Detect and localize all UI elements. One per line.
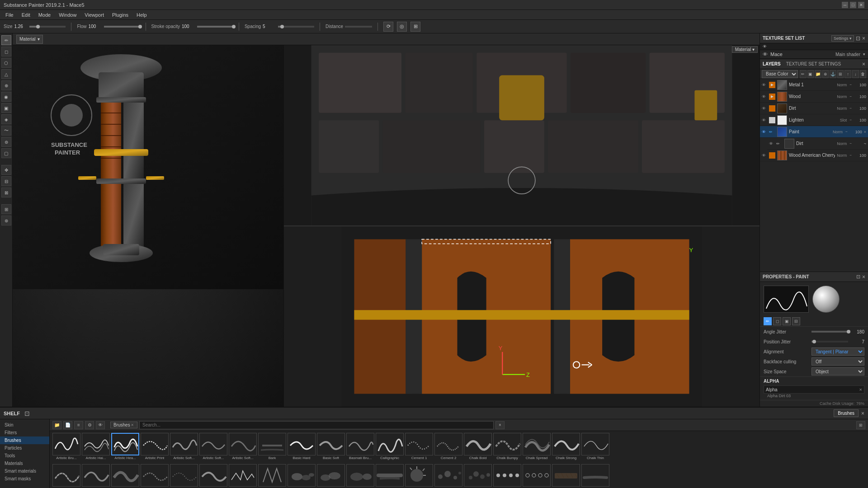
- shelf-cat-particles[interactable]: Particles: [0, 444, 49, 452]
- size-slider[interactable]: [29, 26, 66, 28]
- tab-texture-set-settings[interactable]: TEXTURE SET SETTINGS: [786, 61, 841, 66]
- transform-tool[interactable]: ⊟: [1, 176, 11, 186]
- shelf-item-chalk-bumpy[interactable]: Chalk Bumpy: [493, 433, 521, 460]
- layer-eye-wood[interactable]: 👁: [762, 94, 767, 99]
- size-value[interactable]: 1.26: [14, 24, 28, 29]
- shelf-item-dirt2[interactable]: Dirt 2: [317, 464, 345, 488]
- layer-eye-paint[interactable]: 👁: [762, 130, 767, 134]
- shelf-item-artistic3[interactable]: Artistic Hea...: [111, 433, 139, 460]
- stroke-opacity-value[interactable]: 100: [182, 24, 195, 29]
- spacing-value[interactable]: 5: [263, 24, 276, 29]
- shelf-item-charcoal-wi[interactable]: Charcoal Wi...: [111, 464, 139, 488]
- layers-close-btn[interactable]: ×: [862, 61, 865, 67]
- layer-opacity-paint[interactable]: 100: [849, 130, 862, 134]
- layer-eye-lighten[interactable]: 👁: [762, 118, 767, 122]
- menu-window[interactable]: Window: [55, 11, 80, 19]
- selection-tool[interactable]: ▢: [1, 148, 11, 158]
- shelf-item-calligraphic[interactable]: Calligraphic: [376, 433, 404, 460]
- tsl-settings-btn[interactable]: Settings ▾: [831, 35, 854, 42]
- brush-mode-paint[interactable]: ✏: [764, 317, 772, 325]
- shelf-item-chalk-thin[interactable]: Chalk Thin: [581, 433, 609, 460]
- shelf-item-dirt-splash[interactable]: Dirt Splash: [405, 464, 433, 488]
- shelf-cat-skin[interactable]: Skin: [0, 421, 49, 429]
- texture-set-mace[interactable]: 👁 Mace Main shader ▾: [760, 50, 868, 59]
- shelf-item-artistic5[interactable]: Artistic Soft...: [170, 433, 198, 460]
- move-tool[interactable]: ✥: [1, 165, 11, 175]
- layer-add-paint-btn[interactable]: ✏: [800, 70, 807, 78]
- minimize-button[interactable]: ─: [842, 2, 848, 8]
- bake-tool[interactable]: ⊛: [1, 216, 11, 225]
- stroke-opacity-slider[interactable]: [197, 26, 233, 28]
- brush-mode-clone[interactable]: ⊟: [792, 317, 800, 325]
- shelf-item-chalk-spread[interactable]: Chalk Spread: [523, 433, 551, 460]
- tsl-eye-icon[interactable]: 👁: [763, 52, 768, 57]
- alpha-remove-btn[interactable]: ×: [859, 387, 862, 392]
- shelf-item-dirt-brushed[interactable]: Dirt Brushed: [376, 464, 404, 488]
- shelf-item-chalk-bold[interactable]: Chalk Bold: [464, 433, 492, 460]
- shelf-cat-smart-masks[interactable]: Smart masks: [0, 475, 49, 483]
- alpha-item[interactable]: Alpha ×: [764, 385, 864, 394]
- shelf-item-cement1[interactable]: Cement 1: [405, 433, 433, 460]
- shelf-item-artistic7[interactable]: Artistic Soft...: [229, 433, 257, 460]
- shelf-cat-smart-materials[interactable]: Smart materials: [0, 467, 49, 475]
- menu-help[interactable]: Help: [133, 11, 151, 19]
- projection-tool[interactable]: ⬡: [1, 58, 11, 68]
- shelf-item-bark[interactable]: Bark: [258, 433, 286, 460]
- shelf-tab-brushes[interactable]: Brushes: [834, 409, 859, 417]
- layer-opacity-dirt[interactable]: 100: [854, 106, 866, 111]
- shelf-item-concrete-li[interactable]: Concrete Li...: [170, 464, 198, 488]
- shelf-close-btn[interactable]: ×: [861, 410, 864, 417]
- layer-opacity-lighten[interactable]: 100: [854, 118, 866, 122]
- shelf-list-btn[interactable]: ≡: [74, 421, 83, 429]
- shelf-item-charcoal[interactable]: Charcoal: [52, 464, 80, 488]
- shelf-cat-materials[interactable]: Materials: [0, 460, 49, 467]
- symmetry-button[interactable]: ⟳: [383, 22, 393, 32]
- uv-tool[interactable]: ⊞: [1, 204, 11, 214]
- viewport-2d-bottom[interactable]: Z Y Y: [284, 226, 760, 407]
- angle-jitter-slider[interactable]: [811, 331, 848, 333]
- layer-eye-dirt[interactable]: 👁: [762, 106, 767, 111]
- layer-eye-metal1[interactable]: 👁: [762, 83, 767, 87]
- shelf-item-dirt-spots2[interactable]: Dirt Spots ...: [464, 464, 492, 488]
- shelf-eye-btn[interactable]: 👁: [96, 421, 105, 429]
- maximize-button[interactable]: □: [850, 2, 856, 8]
- lazy-mouse-button[interactable]: ◎: [397, 22, 407, 32]
- shelf-item-dots[interactable]: Dots: [493, 464, 521, 488]
- tab-layers[interactable]: LAYERS: [763, 61, 781, 66]
- distance-slider[interactable]: [345, 26, 372, 28]
- layer-lighten[interactable]: 👁 Lighten Slot ~ 100: [760, 114, 868, 126]
- material-picker[interactable]: ⊕: [1, 80, 11, 90]
- layer-close-paint[interactable]: ×: [864, 130, 866, 134]
- shelf-item-basmati[interactable]: Basmati Bru...: [346, 433, 374, 460]
- shelf-cat-brushes[interactable]: Brushes: [0, 436, 49, 444]
- layer-move-up-btn[interactable]: ↑: [844, 70, 851, 78]
- layer-opacity-wood[interactable]: 100: [854, 94, 866, 99]
- layer-channel-dropdown[interactable]: Base Color: [762, 70, 798, 78]
- stencil-button[interactable]: ⊞: [410, 22, 420, 32]
- flow-value[interactable]: 100: [89, 24, 102, 29]
- layer-metal1[interactable]: 👁 ▶ Metal 1 Norm ~ 100: [760, 79, 868, 91]
- viewport-mode-dropdown[interactable]: Material ▾: [16, 35, 43, 44]
- shelf-item-chalk-strong[interactable]: Chalk Strong: [552, 433, 580, 460]
- layer-eye-wood-cherry[interactable]: 👁: [762, 153, 767, 158]
- shelf-item-dirt1[interactable]: Dirt 1: [288, 464, 316, 488]
- shelf-grid-btn[interactable]: ⊞: [856, 421, 865, 429]
- spacing-slider[interactable]: [278, 26, 314, 28]
- layer-opacity-dirt-sub[interactable]: ~: [854, 141, 866, 146]
- shelf-filter-btn[interactable]: ⚙: [85, 421, 94, 429]
- props-pin-btn[interactable]: ⊡: [856, 274, 860, 280]
- clone-tool[interactable]: ⊚: [1, 137, 11, 147]
- brush-mode-smudge[interactable]: ▣: [783, 317, 791, 325]
- layer-paint[interactable]: 👁 ✏ Paint Norm ~ 100 ×: [760, 126, 868, 138]
- shelf-item-concrete[interactable]: Concrete: [141, 464, 169, 488]
- size-space-dropdown[interactable]: Object: [811, 367, 864, 375]
- layer-dirt[interactable]: 👁 Dirt Norm ~ 100: [760, 103, 868, 114]
- layer-opacity-metal1[interactable]: 100: [854, 83, 866, 87]
- camera-tool[interactable]: ⊠: [1, 188, 11, 197]
- shelf-item-charcoal-str[interactable]: Charcoal Str...: [82, 464, 110, 488]
- shelf-item-dry-mud[interactable]: Dry Mud: [552, 464, 580, 488]
- flow-slider[interactable]: [104, 26, 140, 28]
- layer-add-instance-btn[interactable]: ⊕: [822, 70, 829, 78]
- shelf-item-bashard[interactable]: Basic Hard: [288, 433, 316, 460]
- layer-move-down-btn[interactable]: ↓: [852, 70, 859, 78]
